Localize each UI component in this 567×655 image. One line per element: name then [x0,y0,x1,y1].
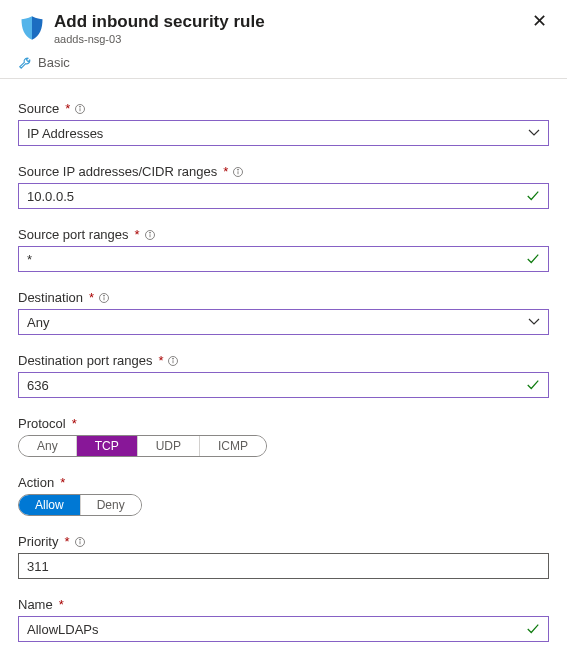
source-ips-label: Source IP addresses/CIDR ranges [18,164,217,179]
action-label: Action [18,475,54,490]
priority-label: Priority [18,534,58,549]
page-title: Add inbound security rule [54,12,530,32]
svg-point-8 [149,232,150,233]
shield-icon [18,14,46,42]
page-subtitle: aadds-nsg-03 [54,33,530,45]
source-select[interactable]: IP Addresses [18,120,549,146]
info-icon[interactable] [232,166,244,178]
info-icon[interactable] [74,103,86,115]
info-icon[interactable] [167,355,179,367]
name-label: Name [18,597,53,612]
destination-select[interactable]: Any [18,309,549,335]
required-marker: * [223,164,228,179]
svg-point-17 [79,539,80,540]
wrench-icon [18,56,32,70]
check-icon [526,252,540,266]
priority-value: 311 [27,559,49,574]
protocol-tcp-button[interactable]: TCP [77,436,138,456]
destination-label: Destination [18,290,83,305]
source-ips-value: 10.0.0.5 [27,189,74,204]
action-allow-button[interactable]: Allow [19,495,81,515]
info-icon[interactable] [74,536,86,548]
required-marker: * [158,353,163,368]
basic-link[interactable]: Basic [18,55,549,70]
info-icon[interactable] [98,292,110,304]
priority-input[interactable]: 311 [18,553,549,579]
source-value: IP Addresses [27,126,103,141]
source-ports-input[interactable]: * [18,246,549,272]
protocol-label: Protocol [18,416,66,431]
chevron-down-icon [528,129,540,137]
svg-point-2 [80,106,81,107]
action-deny-button[interactable]: Deny [81,495,141,515]
svg-point-14 [173,358,174,359]
chevron-down-icon [528,318,540,326]
required-marker: * [135,227,140,242]
source-ports-label: Source port ranges [18,227,129,242]
required-marker: * [59,597,64,612]
source-ports-value: * [27,252,32,267]
source-label: Source [18,101,59,116]
dest-ports-value: 636 [27,378,49,393]
protocol-any-button[interactable]: Any [19,436,77,456]
required-marker: * [89,290,94,305]
required-marker: * [72,416,77,431]
protocol-icmp-button[interactable]: ICMP [200,436,266,456]
basic-link-label: Basic [38,55,70,70]
name-value: AllowLDAPs [27,622,99,637]
protocol-udp-button[interactable]: UDP [138,436,200,456]
dest-ports-input[interactable]: 636 [18,372,549,398]
source-ips-input[interactable]: 10.0.0.5 [18,183,549,209]
required-marker: * [64,534,69,549]
action-segmented: Allow Deny [18,494,142,516]
svg-point-11 [104,295,105,296]
dest-ports-label: Destination port ranges [18,353,152,368]
check-icon [526,378,540,392]
divider [0,78,567,79]
check-icon [526,622,540,636]
info-icon[interactable] [144,229,156,241]
required-marker: * [60,475,65,490]
name-input[interactable]: AllowLDAPs [18,616,549,642]
protocol-segmented: Any TCP UDP ICMP [18,435,267,457]
destination-value: Any [27,315,49,330]
svg-point-5 [238,169,239,170]
close-icon[interactable]: ✕ [530,12,549,30]
required-marker: * [65,101,70,116]
check-icon [526,189,540,203]
